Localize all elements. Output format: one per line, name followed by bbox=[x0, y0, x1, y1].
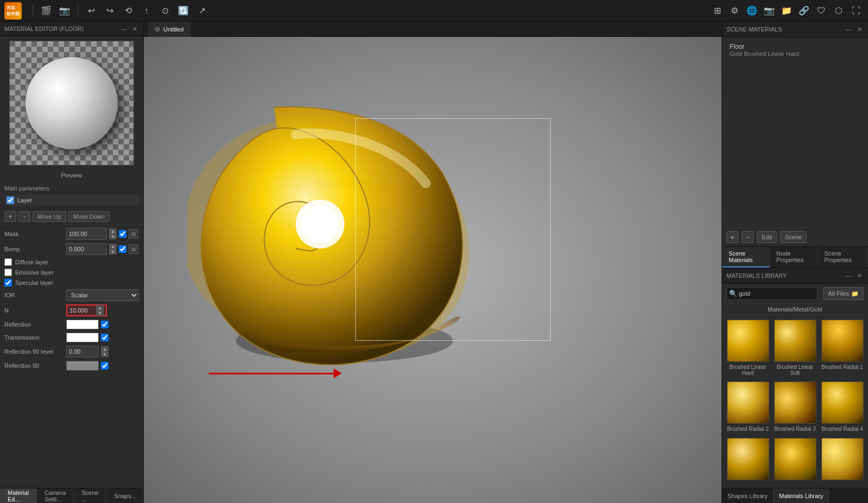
bump-checkbox[interactable] bbox=[119, 245, 126, 253]
tab-scene[interactable]: Scene ... bbox=[74, 488, 106, 503]
tab-snaps[interactable]: Snaps... bbox=[106, 488, 144, 503]
bump-arrows[interactable]: ▲ ▼ bbox=[109, 244, 117, 254]
toolbar-export-btn[interactable]: ↗ bbox=[194, 3, 209, 18]
mat-grid-item-9[interactable] bbox=[821, 438, 864, 483]
n-input[interactable]: 10.000 ▲ ▼ bbox=[66, 304, 107, 316]
panel-close-btn[interactable]: ✕ bbox=[130, 24, 139, 33]
mat-grid-item-1[interactable]: Brushed Linear Hard bbox=[726, 320, 769, 377]
refl90-level-down[interactable]: ▼ bbox=[101, 352, 108, 357]
refl90-level-label: Reflection 90 level bbox=[4, 348, 64, 355]
panel-minus-btn[interactable]: — bbox=[119, 24, 128, 33]
refl90-level-arrows[interactable]: ▲ ▼ bbox=[101, 346, 108, 357]
mat-grid-item-4[interactable]: Brushed Radial 2 bbox=[726, 381, 769, 433]
toolbar-separator-1 bbox=[33, 4, 33, 17]
mask-down[interactable]: ▼ bbox=[109, 234, 117, 239]
toolbar-globe-btn[interactable]: 🌐 bbox=[744, 3, 760, 18]
tab-material-editor[interactable]: Material Ed... bbox=[0, 488, 37, 503]
scene-mat-edit-btn[interactable]: Edit bbox=[757, 231, 777, 243]
reflection-checkbox[interactable] bbox=[101, 321, 108, 328]
materials-search-input[interactable] bbox=[726, 287, 818, 300]
bump-color-btn[interactable]: ▤ bbox=[129, 244, 138, 254]
mat-grid-item-8[interactable] bbox=[774, 438, 816, 483]
reflection-swatch[interactable] bbox=[66, 320, 99, 329]
scene-mat-add-btn[interactable]: + bbox=[726, 231, 738, 243]
scene-mat-close-btn[interactable]: ✕ bbox=[855, 25, 864, 34]
refl90-row: Reflection 90 bbox=[4, 361, 139, 371]
scene-materials-list: Floor Gold Brushed Linear Hard bbox=[722, 37, 868, 227]
transmission-swatch[interactable] bbox=[66, 333, 99, 342]
toolbar-settings-btn[interactable]: ⚙ bbox=[727, 3, 742, 18]
refl90-level-up[interactable]: ▲ bbox=[101, 346, 108, 352]
mat-grid-item-5[interactable]: Brushed Radial 3 bbox=[774, 381, 816, 433]
toolbar-redo-btn[interactable]: ↪ bbox=[102, 3, 117, 18]
toolbar-shield-btn[interactable]: 🛡 bbox=[814, 3, 829, 18]
scene-mat-minus-btn[interactable]: — bbox=[844, 25, 853, 34]
arrow-annotation bbox=[209, 368, 342, 378]
bump-up[interactable]: ▲ bbox=[109, 244, 117, 249]
scene-tabs: Scene Materials Node Properties Scene Pr… bbox=[722, 247, 868, 268]
layer-add-btn[interactable]: + bbox=[4, 211, 16, 222]
mat-grid-item-7[interactable] bbox=[726, 438, 769, 483]
scene-mat-remove-btn[interactable]: - bbox=[742, 231, 754, 243]
filter-dropdown-icon: 📁 bbox=[851, 290, 859, 297]
toolbar-expand-btn[interactable]: ⛶ bbox=[848, 3, 864, 18]
ior-select[interactable]: Scalar bbox=[66, 289, 139, 301]
toolbar-net-btn[interactable]: 🔗 bbox=[796, 3, 812, 18]
mat-thumb-8 bbox=[774, 438, 816, 480]
mat-grid-item-3[interactable]: Brushed Radial 1 bbox=[821, 320, 864, 377]
mask-up[interactable]: ▲ bbox=[109, 228, 117, 234]
toolbar-reset-btn[interactable]: ⟲ bbox=[120, 3, 136, 18]
specular-checkbox[interactable] bbox=[4, 279, 12, 286]
mask-arrows[interactable]: ▲ ▼ bbox=[109, 228, 117, 239]
layer-move-down-btn[interactable]: Move Down bbox=[68, 211, 110, 222]
mat-lib-minus-btn[interactable]: — bbox=[844, 271, 853, 280]
tab-scene-materials[interactable]: Scene Materials bbox=[722, 247, 770, 268]
main-layout: MATERIAL EDITOR (FLOOR) — ✕ Preview Main… bbox=[0, 22, 868, 503]
toolbar-shape-btn[interactable]: ⬡ bbox=[831, 3, 846, 18]
toolbar-up-btn[interactable]: ↑ bbox=[139, 3, 154, 18]
layer-remove-btn[interactable]: - bbox=[18, 211, 30, 222]
refl90-checkbox[interactable] bbox=[101, 362, 108, 370]
tab-node-properties[interactable]: Node Properties bbox=[770, 247, 818, 268]
layer-checkbox[interactable] bbox=[7, 196, 14, 204]
scene-mat-item-floor[interactable]: Floor Gold Brushed Linear Hard bbox=[726, 41, 864, 59]
diffuse-checkbox[interactable] bbox=[4, 258, 12, 266]
n-down[interactable]: ▼ bbox=[96, 310, 104, 316]
toolbar-video-btn[interactable]: 🎬 bbox=[39, 3, 54, 18]
mat-grid-item-6[interactable]: Brushed Radial 4 bbox=[821, 381, 864, 433]
ior-row: IOR Scalar bbox=[4, 289, 139, 301]
toolbar-camera-btn[interactable]: 📷 bbox=[762, 3, 777, 18]
viewport-tab-untitled[interactable]: Untitled bbox=[148, 22, 190, 37]
mat-lib-close-btn[interactable]: ✕ bbox=[855, 271, 864, 280]
bump-down[interactable]: ▼ bbox=[109, 249, 117, 254]
tab-shapes-library[interactable]: Shapes Library bbox=[722, 488, 774, 503]
refl90-level-input[interactable]: 0.00 bbox=[66, 346, 99, 358]
bump-input[interactable]: 0.000 bbox=[66, 243, 107, 255]
tab-materials-library[interactable]: Materials Library bbox=[774, 488, 829, 503]
toolbar-undo-btn[interactable]: ↩ bbox=[84, 3, 99, 18]
mask-color-btn[interactable]: ▤ bbox=[129, 229, 138, 239]
tab-scene-properties[interactable]: Scene Properties bbox=[818, 247, 868, 268]
toolbar-folder-btn[interactable]: 📁 bbox=[779, 3, 794, 18]
scene-mat-scene-btn[interactable]: Scene bbox=[780, 231, 807, 243]
specular-label: Specular layer bbox=[15, 279, 53, 286]
toolbar-capture-btn[interactable]: 📷 bbox=[57, 3, 72, 18]
mask-row: Mask 100.00 ▲ ▼ ▤ bbox=[4, 228, 139, 240]
mask-checkbox[interactable] bbox=[119, 230, 126, 238]
toolbar-circle-btn[interactable]: ⊙ bbox=[157, 3, 173, 18]
emissive-checkbox[interactable] bbox=[4, 269, 12, 276]
layer-move-up-btn[interactable]: Move Up bbox=[33, 211, 66, 222]
tab-camera-settings[interactable]: Camera Setti... bbox=[37, 488, 74, 503]
transmission-checkbox[interactable] bbox=[101, 334, 108, 341]
filter-all-files-btn[interactable]: All Files 📁 bbox=[823, 287, 864, 300]
mask-input[interactable]: 100.00 bbox=[66, 228, 107, 240]
mat-grid-item-2[interactable]: Brushed Linear Soft bbox=[774, 320, 816, 377]
refl90-swatch[interactable] bbox=[66, 361, 99, 371]
viewport-canvas[interactable] bbox=[144, 37, 722, 503]
reflection-row: Reflection bbox=[4, 320, 139, 329]
n-label: N bbox=[4, 307, 64, 314]
toolbar-icon-1[interactable]: ⊞ bbox=[710, 3, 725, 18]
n-up[interactable]: ▲ bbox=[96, 305, 104, 310]
toolbar-rotate-btn[interactable]: 🔃 bbox=[176, 3, 191, 18]
n-arrows[interactable]: ▲ ▼ bbox=[96, 305, 104, 316]
